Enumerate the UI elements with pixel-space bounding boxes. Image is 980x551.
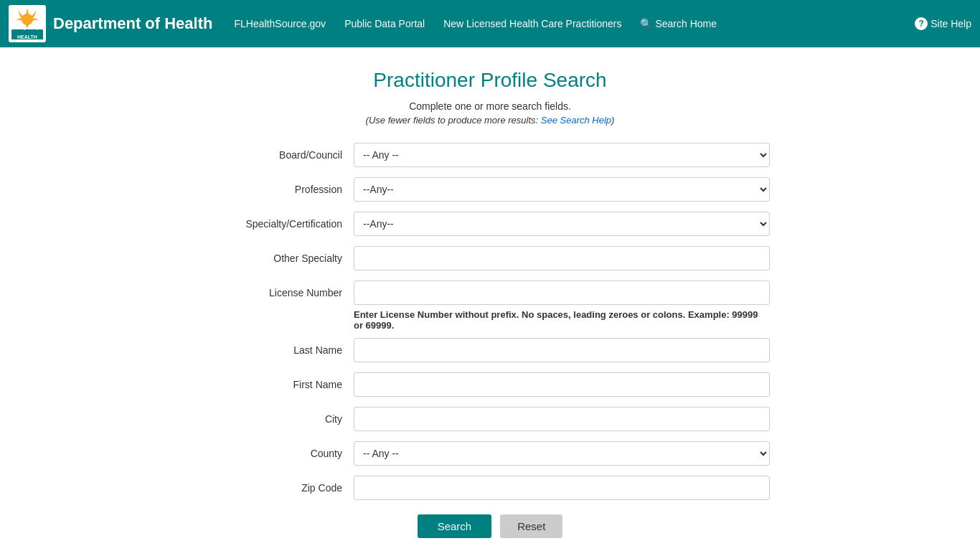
reset-button[interactable]: Reset — [500, 514, 562, 538]
license-number-label: License Number — [210, 287, 354, 298]
nav-flhealthsource[interactable]: FLHealthSource.gov — [227, 14, 333, 34]
search-button[interactable]: Search — [418, 514, 492, 538]
other-specialty-row: Other Specialty — [210, 246, 770, 270]
main-content: Practitioner Profile Search Complete one… — [0, 47, 980, 551]
search-icon: 🔍 — [640, 18, 652, 29]
city-label: City — [210, 413, 354, 425]
nav-search-home[interactable]: 🔍 Search Home — [633, 14, 724, 34]
county-select[interactable]: -- Any -- — [354, 441, 770, 466]
profession-select[interactable]: --Any-- — [354, 177, 770, 202]
specialty-label: Specialty/Certification — [210, 218, 354, 230]
fl-health-logo: HEALTH — [9, 5, 46, 42]
first-name-label: First Name — [210, 379, 354, 390]
county-row: County -- Any -- — [210, 441, 770, 466]
profession-row: Profession --Any-- — [210, 177, 770, 202]
navbar-title: Department of Health — [53, 14, 212, 33]
svg-point-1 — [22, 14, 33, 25]
license-number-row: License Number — [210, 281, 770, 305]
profession-label: Profession — [210, 184, 354, 195]
brand: HEALTH Department of Health — [9, 5, 212, 42]
search-form: Board/Council -- Any -- Profession --Any… — [210, 143, 770, 538]
board-council-label: Board/Council — [210, 149, 354, 161]
instructions-text: Complete one or more search fields. — [14, 100, 966, 112]
zip-code-input[interactable] — [354, 476, 770, 500]
svg-text:HEALTH: HEALTH — [17, 34, 37, 39]
help-icon: ? — [915, 17, 928, 30]
other-specialty-input[interactable] — [354, 246, 770, 270]
specialty-row: Specialty/Certification --Any-- — [210, 212, 770, 236]
zip-code-row: Zip Code — [210, 476, 770, 500]
other-specialty-label: Other Specialty — [210, 253, 354, 264]
last-name-label: Last Name — [210, 344, 354, 356]
last-name-input[interactable] — [354, 338, 770, 362]
city-row: City — [210, 407, 770, 431]
zip-code-label: Zip Code — [210, 482, 354, 494]
nav-public-data[interactable]: Public Data Portal — [337, 14, 432, 34]
see-search-help-link[interactable]: See Search Help — [541, 115, 611, 126]
license-number-input[interactable] — [354, 281, 770, 305]
site-help-link[interactable]: ? Site Help — [915, 17, 971, 30]
county-label: County — [210, 448, 354, 459]
navbar: HEALTH Department of Health FLHealthSour… — [0, 0, 980, 47]
city-input[interactable] — [354, 407, 770, 431]
nav-new-licensed[interactable]: New Licensed Health Care Practitioners — [436, 14, 628, 34]
first-name-row: First Name — [210, 372, 770, 397]
instructions-sub: (Use fewer fields to produce more result… — [14, 115, 966, 126]
board-council-row: Board/Council -- Any -- — [210, 143, 770, 167]
first-name-input[interactable] — [354, 372, 770, 397]
specialty-select[interactable]: --Any-- — [354, 212, 770, 236]
license-hint-text: Enter License Number without prefix. No … — [354, 309, 770, 331]
board-council-select[interactable]: -- Any -- — [354, 143, 770, 167]
last-name-row: Last Name — [210, 338, 770, 362]
form-buttons: Search Reset — [210, 514, 770, 538]
navbar-links: FLHealthSource.gov Public Data Portal Ne… — [227, 14, 915, 34]
page-title: Practitioner Profile Search — [14, 69, 966, 92]
